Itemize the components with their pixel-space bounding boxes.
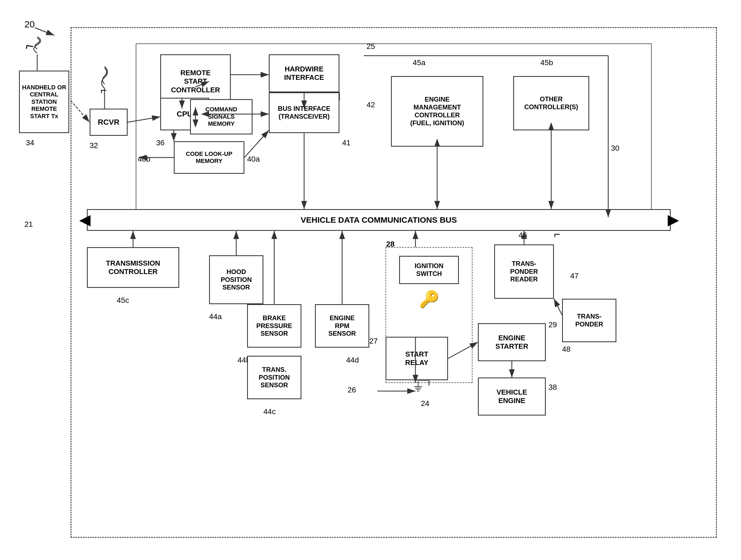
ref-42: 42 xyxy=(366,101,375,109)
ref-24: 24 xyxy=(421,399,429,408)
code-lookup-memory-box: CODE LOOK-UP MEMORY xyxy=(174,141,244,174)
ref-47: 47 xyxy=(570,271,579,280)
ref-46: 46 xyxy=(519,231,527,240)
ref-30: 30 xyxy=(611,144,619,152)
ref-45c: 45c xyxy=(117,296,129,305)
transponder-reader-box: TRANS- PONDER READER xyxy=(494,244,554,299)
ref-32: 32 xyxy=(89,141,98,150)
hardwire-interface-box: HARDWIRE INTERFACE xyxy=(269,54,339,92)
ignition-switch-label: IGNITION SWITCH xyxy=(399,256,459,284)
ref-48: 48 xyxy=(562,345,570,354)
transponder-antenna-icon: ⌐ xyxy=(554,228,560,240)
handheld-antenna-icon: ⌐ xyxy=(24,38,35,54)
svg-line-3 xyxy=(35,28,54,35)
ref-28-label: 28 xyxy=(386,240,395,249)
engine-starter-box: ENGINE STARTER xyxy=(478,323,546,361)
ref-44a: 44a xyxy=(209,312,222,321)
command-signals-memory-box: COMMAND SIGNALS MEMORY xyxy=(190,99,253,134)
engine-rpm-sensor-box: ENGINE RPM SENSOR xyxy=(315,304,369,348)
ref-26: 26 xyxy=(348,386,356,394)
vehicle-data-bus: VEHICLE DATA COMMUNICATIONS BUS ▶ ◀ xyxy=(87,209,671,231)
engine-management-box: ENGINE MANAGEMENT CONTROLLER (FUEL, IGNI… xyxy=(391,76,483,147)
ground-symbol: ⏚ xyxy=(414,377,422,393)
rcvr-antenna-icon: ⌐ xyxy=(100,84,107,97)
ref-25: 25 xyxy=(366,42,375,51)
ref-40b: 40b xyxy=(138,155,150,164)
ref-44c: 44c xyxy=(263,408,276,416)
label-21: 21 xyxy=(24,220,33,229)
ref-29: 29 xyxy=(548,320,557,329)
ref-41: 41 xyxy=(342,138,350,147)
diagram-container: 20 21 ⌐ HANDHELD OR CENTRAL STATION REMO… xyxy=(11,11,730,549)
handheld-tx-box: HANDHELD OR CENTRAL STATION REMOTE START… xyxy=(19,71,69,133)
ref-34: 34 xyxy=(26,138,34,147)
hood-position-sensor-box: HOOD POSITION SENSOR xyxy=(209,255,263,304)
bus-interface-box: BUS INTERFACE (TRANSCEIVER) xyxy=(269,92,339,133)
vehicle-engine-box: VEHICLE ENGINE xyxy=(478,377,546,416)
transponder-box: TRANS- PONDER xyxy=(562,299,616,342)
ref-36: 36 xyxy=(156,138,164,147)
start-relay-box: START RELAY xyxy=(386,337,448,380)
rcvr-box: RCVR xyxy=(89,109,128,136)
ref-38: 38 xyxy=(548,383,557,392)
ref-40a: 40a xyxy=(247,155,260,164)
ref-45a: 45a xyxy=(413,58,425,67)
trans-position-sensor-box: TRANS. POSITION SENSOR xyxy=(247,356,301,399)
ref-27: 27 xyxy=(369,337,378,346)
transmission-controller-box: TRANSMISSION CONTROLLER xyxy=(87,247,179,288)
brake-pressure-sensor-box: BRAKE PRESSURE SENSOR xyxy=(247,304,301,348)
ref-45b: 45b xyxy=(540,58,553,67)
other-controllers-box: OTHER CONTROLLER(S) xyxy=(513,76,589,130)
ref-44d: 44d xyxy=(346,356,359,365)
label-20: 20 xyxy=(24,19,35,29)
